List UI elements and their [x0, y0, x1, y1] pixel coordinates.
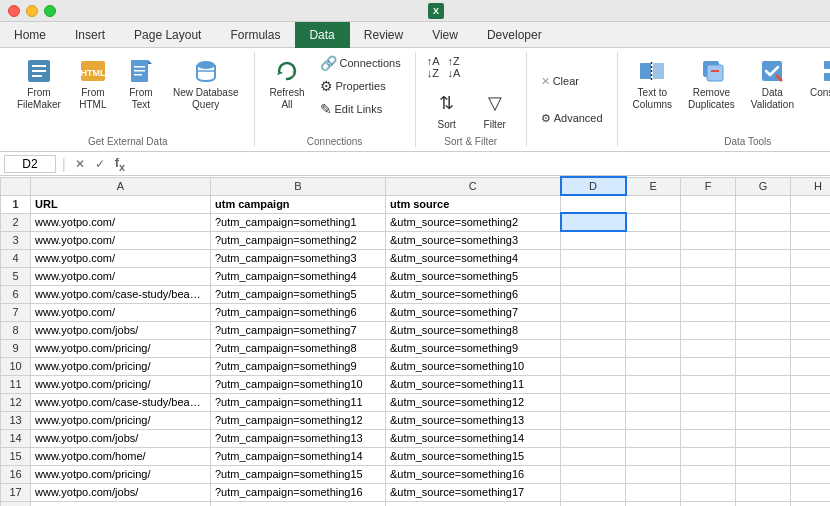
cell-14-2[interactable]: &utm_source=something14 [386, 429, 561, 447]
advanced-button[interactable]: ⚙ Advanced [535, 109, 609, 128]
cell-14-4[interactable] [626, 429, 681, 447]
cell-12-4[interactable] [626, 393, 681, 411]
consolidate-button[interactable]: Consolidate [803, 52, 830, 102]
sort-asc-button[interactable]: ↑A↓Z [424, 52, 443, 82]
cell-8-7[interactable] [791, 321, 831, 339]
cell-8-3[interactable] [561, 321, 626, 339]
cell-8-2[interactable]: &utm_source=something8 [386, 321, 561, 339]
cell-15-0[interactable]: www.yotpo.com/home/ [31, 447, 211, 465]
cell-15-6[interactable] [736, 447, 791, 465]
cell-10-4[interactable] [626, 357, 681, 375]
cell-14-7[interactable] [791, 429, 831, 447]
cell-10-0[interactable]: www.yotpo.com/pricing/ [31, 357, 211, 375]
cell-16-5[interactable] [681, 465, 736, 483]
refresh-all-button[interactable]: RefreshAll [263, 52, 312, 114]
cell-5-5[interactable] [681, 267, 736, 285]
cell-7-6[interactable] [736, 303, 791, 321]
cell-16-1[interactable]: ?utm_campaign=something15 [211, 465, 386, 483]
cell-13-1[interactable]: ?utm_campaign=something12 [211, 411, 386, 429]
cell-13-3[interactable] [561, 411, 626, 429]
cell-18-0[interactable]: www.yotpo.com/jobs/ [31, 501, 211, 506]
cell-3-2[interactable]: &utm_source=something3 [386, 231, 561, 249]
cell-18-7[interactable] [791, 501, 831, 506]
cell-6-5[interactable] [681, 285, 736, 303]
cell-14-6[interactable] [736, 429, 791, 447]
cell-17-1[interactable]: ?utm_campaign=something16 [211, 483, 386, 501]
close-button[interactable] [8, 5, 20, 17]
edit-links-button[interactable]: ✎ Edit Links [314, 98, 407, 120]
row-header-2[interactable]: 2 [1, 213, 31, 231]
tab-formulas[interactable]: Formulas [216, 22, 295, 48]
row-header-8[interactable]: 8 [1, 321, 31, 339]
cell-17-2[interactable]: &utm_source=something17 [386, 483, 561, 501]
cell-1-0[interactable]: URL [31, 195, 211, 213]
formula-input[interactable] [132, 156, 826, 172]
table-row[interactable]: 16www.yotpo.com/pricing/?utm_campaign=so… [1, 465, 831, 483]
col-header-f[interactable]: F [681, 177, 736, 195]
cell-9-6[interactable] [736, 339, 791, 357]
cell-2-0[interactable]: www.yotpo.com/ [31, 213, 211, 231]
table-row[interactable]: 11www.yotpo.com/pricing/?utm_campaign=so… [1, 375, 831, 393]
cell-9-5[interactable] [681, 339, 736, 357]
cell-18-2[interactable]: &utm_source=something18 [386, 501, 561, 506]
cell-18-6[interactable] [736, 501, 791, 506]
cell-17-7[interactable] [791, 483, 831, 501]
cell-7-0[interactable]: www.yotpo.com/ [31, 303, 211, 321]
table-row[interactable]: 3www.yotpo.com/?utm_campaign=something2&… [1, 231, 831, 249]
table-row[interactable]: 9www.yotpo.com/pricing/?utm_campaign=som… [1, 339, 831, 357]
sort-desc-button[interactable]: ↑Z↓A [445, 52, 464, 82]
tab-view[interactable]: View [418, 22, 473, 48]
cell-14-3[interactable] [561, 429, 626, 447]
cell-14-0[interactable]: www.yotpo.com/jobs/ [31, 429, 211, 447]
col-header-a[interactable]: A [31, 177, 211, 195]
cell-9-7[interactable] [791, 339, 831, 357]
cell-1-1[interactable]: utm campaign [211, 195, 386, 213]
cell-3-5[interactable] [681, 231, 736, 249]
maximize-button[interactable] [44, 5, 56, 17]
col-header-d[interactable]: D [561, 177, 626, 195]
cell-9-1[interactable]: ?utm_campaign=something8 [211, 339, 386, 357]
cell-12-5[interactable] [681, 393, 736, 411]
cell-11-3[interactable] [561, 375, 626, 393]
cell-4-6[interactable] [736, 249, 791, 267]
sheet-container[interactable]: A B C D E F G H 1URLutm campaignutm sour… [0, 176, 830, 506]
tab-developer[interactable]: Developer [473, 22, 557, 48]
cell-5-0[interactable]: www.yotpo.com/ [31, 267, 211, 285]
table-row[interactable]: 10www.yotpo.com/pricing/?utm_campaign=so… [1, 357, 831, 375]
cell-18-5[interactable] [681, 501, 736, 506]
cell-8-5[interactable] [681, 321, 736, 339]
table-row[interactable]: 4www.yotpo.com/?utm_campaign=something3&… [1, 249, 831, 267]
cell-11-4[interactable] [626, 375, 681, 393]
cell-11-0[interactable]: www.yotpo.com/pricing/ [31, 375, 211, 393]
cell-11-2[interactable]: &utm_source=something11 [386, 375, 561, 393]
cell-17-3[interactable] [561, 483, 626, 501]
tab-insert[interactable]: Insert [61, 22, 120, 48]
clear-button[interactable]: ✕ Clear [535, 72, 585, 91]
cell-14-1[interactable]: ?utm_campaign=something13 [211, 429, 386, 447]
cell-3-6[interactable] [736, 231, 791, 249]
cell-5-4[interactable] [626, 267, 681, 285]
cell-10-1[interactable]: ?utm_campaign=something9 [211, 357, 386, 375]
row-header-3[interactable]: 3 [1, 231, 31, 249]
row-header-9[interactable]: 9 [1, 339, 31, 357]
cell-6-4[interactable] [626, 285, 681, 303]
cell-2-4[interactable] [626, 213, 681, 231]
col-header-b[interactable]: B [211, 177, 386, 195]
cell-11-6[interactable] [736, 375, 791, 393]
row-header-15[interactable]: 15 [1, 447, 31, 465]
cell-8-4[interactable] [626, 321, 681, 339]
cell-11-5[interactable] [681, 375, 736, 393]
cell-3-3[interactable] [561, 231, 626, 249]
cell-12-3[interactable] [561, 393, 626, 411]
cell-5-7[interactable] [791, 267, 831, 285]
table-row[interactable]: 8www.yotpo.com/jobs/?utm_campaign=someth… [1, 321, 831, 339]
row-header-1[interactable]: 1 [1, 195, 31, 213]
remove-duplicates-button[interactable]: RemoveDuplicates [681, 52, 742, 114]
row-header-7[interactable]: 7 [1, 303, 31, 321]
cell-15-7[interactable] [791, 447, 831, 465]
table-row[interactable]: 2www.yotpo.com/?utm_campaign=something1&… [1, 213, 831, 231]
cell-9-3[interactable] [561, 339, 626, 357]
cell-12-0[interactable]: www.yotpo.com/case-study/beanilla/ [31, 393, 211, 411]
col-header-h[interactable]: H [791, 177, 831, 195]
row-header-10[interactable]: 10 [1, 357, 31, 375]
